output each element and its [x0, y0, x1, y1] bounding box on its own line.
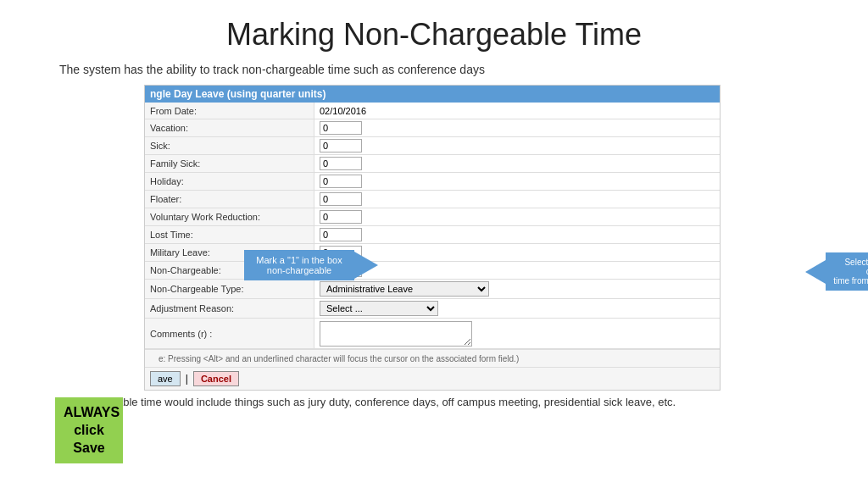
comments-textarea[interactable]: [320, 321, 472, 347]
cancel-button[interactable]: Cancel: [193, 371, 239, 386]
always-save-line3: Save: [73, 441, 104, 455]
field-label-vwr: Voluntary Work Reduction:: [145, 208, 314, 225]
floater-input[interactable]: [320, 192, 362, 206]
field-label-adj-reason: Adjustment Reason:: [145, 299, 314, 318]
annotation-mark1: Mark a "1" in the box non-chargeable: [244, 250, 378, 280]
always-save-line2: click: [74, 423, 104, 437]
arrow-left-icon: [805, 260, 826, 284]
holiday-input[interactable]: [320, 175, 362, 188]
table-row: Adjustment Reason: Select ...: [145, 299, 720, 319]
table-row: Non-Chargeable Type: Administrative Leav…: [145, 280, 720, 299]
field-label-sick: Sick:: [145, 137, 314, 154]
hint-row: e: Pressing <Alt> and an underlined char…: [145, 349, 720, 367]
annotation-select-box: Select the type of non-chargeable time f…: [826, 252, 868, 291]
lost-time-input[interactable]: [320, 228, 362, 241]
table-row: Sick:: [145, 137, 720, 155]
content-area: The system has the ability to track non-…: [51, 63, 817, 408]
table-row: Lost Time:: [145, 226, 720, 244]
bottom-text: Non-chargeable time would include things…: [59, 396, 817, 408]
table-row: Vacation:: [145, 119, 720, 137]
page-title: Marking Non-Chargeable Time: [51, 17, 817, 53]
table-row: Family Sick:: [145, 155, 720, 173]
button-row: ave | Cancel: [145, 367, 720, 390]
nc-type-select[interactable]: Administrative Leave: [320, 281, 489, 297]
table-row: Military Leave:: [145, 244, 720, 262]
annotation-mark1-text-line1: Mark a "1" in the box: [256, 255, 342, 265]
field-label-floater: Floater:: [145, 191, 314, 208]
vwr-input[interactable]: [320, 210, 362, 224]
slide: Marking Non-Chargeable Time The system h…: [0, 0, 868, 488]
annotation-mark1-box: Mark a "1" in the box non-chargeable: [244, 250, 354, 280]
field-value-vacation: [314, 119, 720, 136]
field-value-nc-type: Administrative Leave: [314, 280, 720, 298]
field-label-nc-type: Non-Chargeable Type:: [145, 280, 314, 298]
arrow-right-icon: [354, 252, 378, 279]
field-value-sick: [314, 137, 720, 154]
field-value-family-sick: [314, 155, 720, 172]
always-save-line1: ALWAYS: [64, 405, 120, 419]
field-value-lost-time: [314, 226, 720, 243]
field-label-vacation: Vacation:: [145, 119, 314, 136]
table-row: Comments (r) :: [145, 319, 720, 349]
field-value-from-date: 02/10/2016: [314, 103, 720, 119]
family-sick-input[interactable]: [320, 157, 362, 170]
field-label-comments: Comments (r) :: [145, 319, 314, 348]
table-row: Floater:: [145, 191, 720, 208]
field-value-adj-reason: Select ...: [314, 299, 720, 318]
field-value-comments: [314, 319, 720, 348]
separator: |: [186, 373, 188, 385]
field-value-holiday: [314, 173, 720, 190]
always-save-box: ALWAYS click Save: [55, 397, 123, 463]
annotation-select: Select the type of non-chargeable time f…: [805, 252, 868, 291]
save-button[interactable]: ave: [150, 371, 181, 386]
annotation-select-text-line1: Select the type of non-chargeable: [844, 258, 868, 276]
vacation-input[interactable]: [320, 121, 362, 135]
field-label-holiday: Holiday:: [145, 173, 314, 190]
field-label-family-sick: Family Sick:: [145, 155, 314, 172]
annotation-mark1-text-line2: non-chargeable: [267, 265, 331, 275]
table-row: Voluntary Work Reduction:: [145, 208, 720, 226]
table-row: Holiday:: [145, 173, 720, 191]
form-container: ngle Day Leave (using quarter units) Fro…: [144, 85, 721, 391]
field-label-lost-time: Lost Time:: [145, 226, 314, 243]
field-label-from-date: From Date:: [145, 103, 314, 119]
hint-text: e: Pressing <Alt> and an underlined char…: [159, 354, 519, 363]
field-value-floater: [314, 191, 720, 208]
field-value-vwr: [314, 208, 720, 225]
sick-input[interactable]: [320, 139, 362, 152]
table-row: Non-Chargeable:: [145, 262, 720, 280]
annotation-select-text-line2: time from the drop down box: [833, 276, 868, 286]
table-row: From Date: 02/10/2016: [145, 103, 720, 119]
adj-reason-select[interactable]: Select ...: [320, 301, 438, 316]
subtitle-text: The system has the ability to track non-…: [59, 63, 817, 76]
form-header: ngle Day Leave (using quarter units): [145, 86, 720, 103]
